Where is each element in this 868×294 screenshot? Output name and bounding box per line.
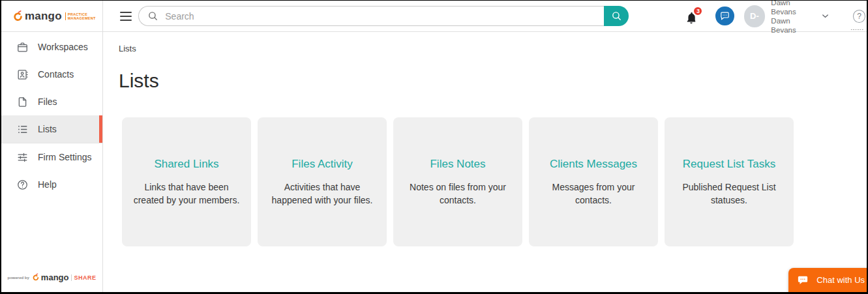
search-button[interactable]	[604, 6, 629, 26]
card-clients-messages[interactable]: Clients Messages Messages from your cont…	[529, 117, 658, 246]
powered-by-footer: powered by mango SHARE	[1, 272, 102, 282]
sliders-icon	[16, 151, 29, 164]
search-bar	[138, 6, 629, 26]
avatar[interactable]: D-	[744, 5, 766, 27]
chat-bubble-icon	[719, 10, 730, 22]
card-description: Links that have been created by your mem…	[132, 181, 241, 207]
sidebar-item-label: Contacts	[38, 69, 74, 80]
top-header: 3 D- Dawn Bevans Dawn Bevans ?	[103, 1, 868, 32]
user-name-line1: Dawn Bevans	[771, 0, 816, 16]
chevron-down-icon[interactable]	[820, 11, 830, 21]
card-request-list-tasks[interactable]: Request List Tasks Published Request Lis…	[665, 117, 794, 246]
powered-by-label: powered by	[8, 276, 29, 280]
card-description: Activities that have happened with your …	[268, 181, 376, 207]
card-description: Notes on files from your contacts.	[404, 181, 512, 207]
card-title: Files Notes	[430, 158, 485, 171]
file-icon	[16, 96, 29, 108]
sidebar-item-firm-settings[interactable]: Firm Settings	[1, 143, 102, 171]
sidebar-item-files[interactable]: Files	[1, 88, 102, 115]
chat-widget-label: Chat with Us	[816, 275, 865, 285]
sidebar-item-label: Files	[38, 96, 57, 107]
list-icon	[16, 123, 29, 136]
card-title: Shared Links	[154, 158, 218, 171]
chat-with-us-button[interactable]: Chat with Us	[788, 268, 868, 292]
search-input[interactable]	[165, 11, 604, 22]
lists-cards-row: Shared Links Links that have been create…	[122, 117, 868, 246]
contact-card-icon	[16, 68, 29, 81]
mango-logo: mango PRACTICE MANAGEMENT	[12, 10, 96, 23]
card-title: Clients Messages	[550, 158, 637, 171]
card-description: Published Request List statuses.	[675, 181, 783, 207]
card-files-notes[interactable]: Files Notes Notes on files from your con…	[393, 117, 522, 246]
sidebar-item-label: Firm Settings	[38, 152, 91, 162]
breadcrumb[interactable]: Lists	[119, 44, 868, 53]
chat-bubble-icon	[797, 274, 809, 286]
card-shared-links[interactable]: Shared Links Links that have been create…	[122, 117, 251, 246]
main-column: 3 D- Dawn Bevans Dawn Bevans ? Lists	[103, 1, 868, 292]
app-window: mango PRACTICE MANAGEMENT Workspaces Con…	[0, 0, 868, 294]
search-input-wrap	[138, 6, 604, 26]
sidebar-item-workspaces[interactable]: Workspaces	[1, 33, 102, 61]
sidebar-item-help[interactable]: Help	[1, 171, 102, 198]
card-description: Messages from your contacts.	[539, 181, 648, 207]
mango-fruit-icon	[32, 273, 39, 282]
footer-brand-name: mango	[41, 272, 69, 282]
logo-area[interactable]: mango PRACTICE MANAGEMENT	[1, 1, 102, 32]
briefcase-icon	[16, 41, 29, 53]
messages-button[interactable]	[715, 7, 734, 25]
search-icon	[147, 10, 158, 22]
search-icon	[611, 10, 622, 22]
notifications-button[interactable]: 3	[684, 8, 699, 25]
sidebar-item-lists[interactable]: Lists	[1, 115, 102, 143]
mango-fruit-icon	[12, 10, 23, 22]
card-title: Files Activity	[292, 158, 353, 171]
sidebar-item-contacts[interactable]: Contacts	[1, 61, 102, 88]
sidebar-item-label: Workspaces	[38, 42, 88, 52]
content-area: Lists Lists Shared Links Links that have…	[103, 32, 868, 292]
sidebar: mango PRACTICE MANAGEMENT Workspaces Con…	[1, 1, 103, 292]
help-button[interactable]: ?	[853, 10, 865, 23]
help-circle-icon	[16, 179, 29, 191]
sidebar-nav: Workspaces Contacts Files Lists	[1, 32, 102, 198]
drag-dots-indicator	[850, 29, 863, 31]
user-name-block: Dawn Bevans Dawn Bevans	[771, 0, 816, 35]
brand-tagline-line2: MANAGEMENT	[68, 16, 96, 20]
card-files-activity[interactable]: Files Activity Activities that have happ…	[258, 117, 387, 246]
sidebar-item-label: Help	[38, 179, 57, 190]
page-title: Lists	[119, 70, 868, 92]
notification-badge: 3	[693, 6, 703, 16]
brand-name: mango	[25, 10, 62, 23]
sidebar-item-label: Lists	[38, 124, 57, 134]
card-title: Request List Tasks	[683, 158, 775, 171]
menu-toggle-icon[interactable]	[119, 9, 132, 23]
brand-tagline: PRACTICE MANAGEMENT	[65, 12, 96, 20]
share-suffix: SHARE	[71, 274, 96, 281]
